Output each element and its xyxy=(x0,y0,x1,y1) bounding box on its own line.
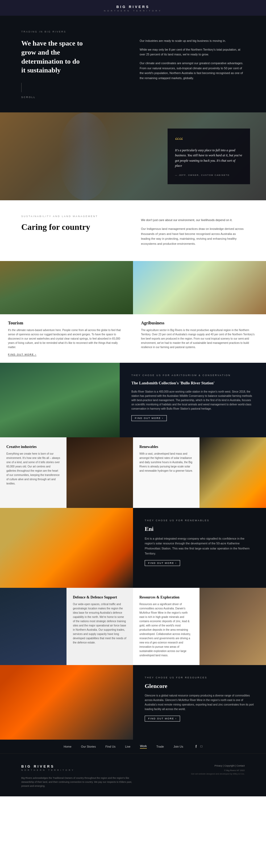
hero-section: TRADING IN BIG RIVERS We have the space … xyxy=(0,16,266,113)
hero-body-p1: Our industries are ready to scale up and… xyxy=(140,38,245,43)
renewables-title: Renewables xyxy=(139,445,193,449)
tourism-title: Tourism xyxy=(8,321,125,326)
caring-tag: SUSTAINABILITY AND LAND MANAGEMENT xyxy=(21,215,125,218)
creative-col: Creative industries Everything we create… xyxy=(0,437,67,508)
defence-resources-grid: Defence & Defence Support Our wide-open … xyxy=(0,588,266,665)
workers-glencore: THEY CHOSE US FOR RESOURCES Glencore Gle… xyxy=(0,665,266,740)
defence-body: Our wide-open spaces, critical traffic a… xyxy=(73,602,127,645)
eni-image xyxy=(0,508,133,588)
resources-col: Resources & Exploration Resources are a … xyxy=(133,588,199,665)
renewables-col: Renewables With a vast, undeveloped land… xyxy=(133,437,199,508)
caring-right: We don't just care about our environment… xyxy=(141,215,245,246)
agri-title: Agribusiness xyxy=(141,321,258,326)
tourism-link[interactable]: FIND OUT MORE › xyxy=(8,353,36,356)
glencore-link[interactable]: FIND OUT MORE › xyxy=(145,716,180,721)
defence-col: Defence & Defence Support Our wide-open … xyxy=(67,588,133,665)
quote-mark: ““ xyxy=(175,136,242,145)
nav-work[interactable]: Work xyxy=(140,744,146,749)
footer-left: BIG RIVERS NORTHERN TERRITORY Big Rivers… xyxy=(21,765,133,788)
hero-body-p2: While we may only be 8 per cent of the N… xyxy=(140,47,245,57)
creative-body: Everything we create here is born of our… xyxy=(6,452,60,486)
footer-design: Get set website designed and developed b… xyxy=(191,773,245,775)
landsmith-link[interactable]: FIND OUT MORE › xyxy=(131,415,167,421)
resources-body: Resources are a significant driver of co… xyxy=(139,602,193,658)
creative-title: Creative industries xyxy=(6,445,60,449)
nav-join-us[interactable]: Join Us xyxy=(173,745,183,748)
caring-section: SUSTAINABILITY AND LAND MANAGEMENT Carin… xyxy=(0,200,266,261)
footer-logo-sub: NORTHERN TERRITORY xyxy=(21,769,133,771)
nav-home[interactable]: Home xyxy=(64,745,71,748)
defence-image xyxy=(0,588,67,665)
landsmith-image xyxy=(0,363,120,437)
agribusiness-col: Agribusiness The agriculture sector in B… xyxy=(133,261,266,363)
caring-body-p1: We don't just care about our environment… xyxy=(141,218,245,223)
creative-renewables-grid: Creative industries Everything we create… xyxy=(0,437,266,508)
agri-body: The agriculture sector in Big Rivers is … xyxy=(141,328,258,349)
bottom-nav: Home Our Stories Find Us Live Work Trade… xyxy=(0,740,266,753)
landsmith-title: The Landsmith Collection's 'Bullo River … xyxy=(131,380,254,386)
landsmith-content: THEY CHOSE US FOR AGRITOURISM & CONSERVA… xyxy=(120,363,266,437)
site-header: BIG RIVERS NORTHERN TERRITORY xyxy=(0,0,266,16)
nav-find-us[interactable]: Find Us xyxy=(105,745,115,748)
eni-content: THEY CHOSE US FOR RENEWABLES Eni Eni is … xyxy=(133,508,266,588)
footer-privacy[interactable]: Privacy | Copyright | Contact xyxy=(191,765,245,767)
eni-body: Eni is a global integrated energy compan… xyxy=(145,536,254,556)
workers-image xyxy=(0,665,133,740)
defence-title: Defence & Defence Support xyxy=(73,595,127,599)
tourism-image xyxy=(0,261,133,314)
tourism-body: It's the ultimate nature-based adventure… xyxy=(8,328,125,349)
landsmith-feature: THEY CHOSE US FOR AGRITOURISM & CONSERVA… xyxy=(0,363,266,437)
quote-box: ““ It's a particularly easy place to fal… xyxy=(168,129,250,184)
tourism-col: Tourism It's the ultimate nature-based a… xyxy=(0,261,133,363)
eni-tag: THEY CHOSE US FOR RENEWABLES xyxy=(145,519,254,522)
nav-trade[interactable]: Trade xyxy=(157,745,164,748)
quote-section: ““ It's a particularly easy place to fal… xyxy=(0,113,266,200)
hero-body-p3: Our climate and coordinates are amongst … xyxy=(140,61,245,81)
hero-right: Our industries are ready to scale up and… xyxy=(140,30,245,81)
instagram-icon[interactable]: □ xyxy=(200,744,202,749)
tourism-agri-grid: Tourism It's the ultimate nature-based a… xyxy=(0,261,266,363)
footer-logo: BIG RIVERS xyxy=(21,765,133,768)
footer-credit: © Big Rivers NT 2022 xyxy=(191,769,245,772)
solar-image xyxy=(199,437,266,508)
glencore-title: Glencore xyxy=(145,683,254,689)
glencore-content: THEY CHOSE US FOR RESOURCES Glencore Gle… xyxy=(133,665,266,740)
quote-attribution: — JEFF, OWNER, CUSTOM CABINETD xyxy=(175,174,230,176)
agri-image xyxy=(133,261,266,314)
logo: BIG RIVERS xyxy=(0,5,266,9)
caring-body-p2: Our Indigenous land management practices… xyxy=(141,226,245,246)
nav-our-stories[interactable]: Our Stories xyxy=(81,745,96,748)
nav-live[interactable]: Live xyxy=(125,745,130,748)
site-footer: BIG RIVERS NORTHERN TERRITORY Big Rivers… xyxy=(0,753,266,796)
creative-image xyxy=(67,437,133,508)
scroll-indicator: SCROLL xyxy=(21,83,126,99)
glencore-body: Glencore is a global natural resource co… xyxy=(145,693,254,711)
caring-title: Caring for country xyxy=(21,222,125,232)
resources-image xyxy=(199,588,266,665)
hero-title: We have the space to grow and the determ… xyxy=(21,39,126,75)
eni-link[interactable]: FIND OUT MORE › xyxy=(145,560,180,566)
quote-text: It's a particularly easy place to fall i… xyxy=(175,148,242,168)
resources-title: Resources & Exploration xyxy=(139,595,193,599)
logo-subtitle: NORTHERN TERRITORY xyxy=(0,9,266,12)
glencore-tag: THEY CHOSE US FOR RESOURCES xyxy=(145,676,254,679)
social-icons: f □ xyxy=(196,744,202,749)
hero-left: TRADING IN BIG RIVERS We have the space … xyxy=(21,30,126,99)
footer-right: Privacy | Copyright | Contact © Big Rive… xyxy=(191,765,245,775)
eni-title: Eni xyxy=(145,526,254,532)
facebook-icon[interactable]: f xyxy=(196,744,197,749)
renewables-body: With a vast, undeveloped land mass and a… xyxy=(139,452,193,473)
footer-acknowledge: Big Rivers acknowledges the Traditional … xyxy=(21,776,133,788)
landsmith-body: Bullo River Station is a 400,000-acre wo… xyxy=(131,390,254,411)
eni-section: THEY CHOSE US FOR RENEWABLES Eni Eni is … xyxy=(0,508,266,588)
hero-tag: TRADING IN BIG RIVERS xyxy=(21,30,126,33)
landsmith-tag: THEY CHOSE US FOR AGRITOURISM & CONSERVA… xyxy=(131,374,254,377)
caring-left: SUSTAINABILITY AND LAND MANAGEMENT Carin… xyxy=(21,215,125,246)
